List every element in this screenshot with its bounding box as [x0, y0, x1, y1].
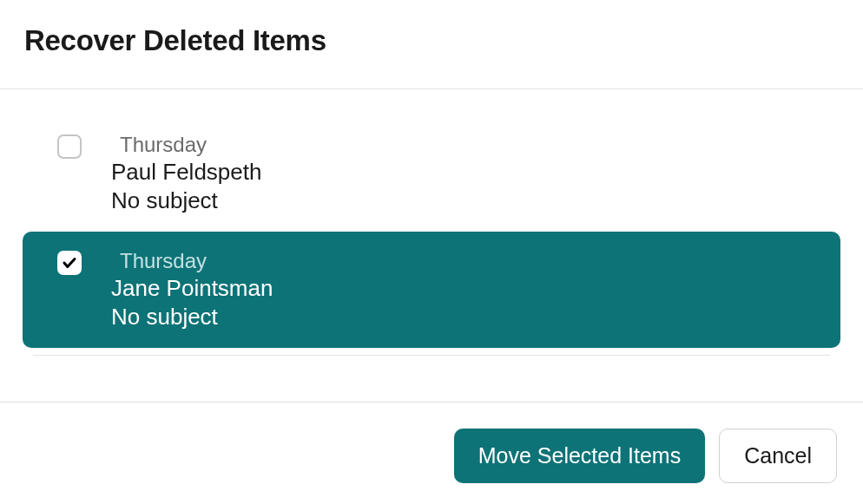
- item-subject: No subject: [111, 187, 814, 214]
- item-checkbox[interactable]: [57, 134, 82, 159]
- dialog-header: Recover Deleted Items: [0, 0, 863, 88]
- dialog-title: Recover Deleted Items: [24, 24, 839, 57]
- item-checkbox[interactable]: [57, 251, 82, 275]
- list-divider: [33, 355, 830, 356]
- checkmark-icon: [62, 255, 77, 271]
- move-selected-button[interactable]: Move Selected Items: [454, 429, 705, 483]
- item-content: Thursday Jane Pointsman No subject: [111, 249, 814, 331]
- item-subject: No subject: [111, 304, 814, 331]
- item-sender: Jane Pointsman: [111, 275, 814, 302]
- item-sender: Paul Feldspeth: [111, 159, 814, 186]
- item-date: Thursday: [111, 133, 814, 157]
- item-content: Thursday Paul Feldspeth No subject: [111, 133, 814, 214]
- deleted-items-list: Thursday Paul Feldspeth No subject Thurs…: [0, 89, 863, 356]
- dialog-footer: Move Selected Items Cancel: [0, 402, 863, 504]
- checkbox-wrap: [57, 251, 82, 275]
- list-item[interactable]: Thursday Paul Feldspeth No subject: [23, 115, 840, 232]
- item-date: Thursday: [111, 249, 814, 273]
- cancel-button[interactable]: Cancel: [719, 429, 837, 483]
- list-item[interactable]: Thursday Jane Pointsman No subject: [23, 232, 840, 348]
- checkbox-wrap: [57, 134, 82, 159]
